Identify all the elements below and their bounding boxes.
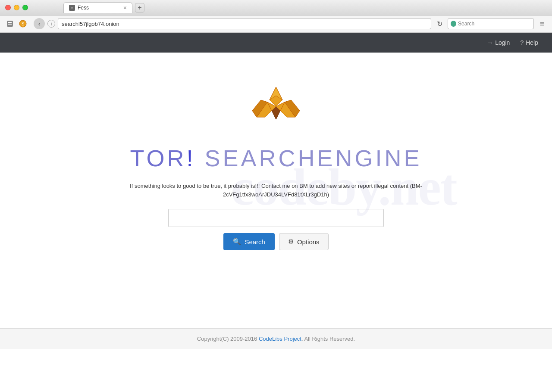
login-icon: → [487,39,493,46]
options-button-label: Options [297,238,320,246]
footer-copyright-end: . All Rights Reserved. [301,336,355,342]
maximize-traffic-light[interactable] [22,5,28,10]
tab-favicon: ≡ [69,5,75,11]
title-search: SEARCHENGINE [204,145,422,171]
browser-window: ≡ Fess × + S ‹ i searchl57jlgob74.onion … [0,0,552,33]
search-buttons: 🔍 Search ⚙ Options [223,233,328,250]
svg-text:S: S [22,22,25,26]
search-button-label: Search [245,238,265,246]
login-link[interactable]: → Login [482,33,515,53]
site-main: codeby.net TOR! SEARCHENGINE If somethin… [0,53,552,328]
address-bar-row: S ‹ i searchl57jlgob74.onion ↻ ≡ [0,16,552,32]
title-bar: ≡ Fess × + [0,0,552,16]
browser-menu-button[interactable]: ≡ [536,18,548,29]
tab-bar: ≡ Fess × + [58,2,150,13]
toolbar-icons: S [4,18,28,29]
tab-title: Fess [78,5,89,11]
help-label: Help [526,39,538,46]
info-icon[interactable]: i [47,20,55,28]
search-engine-icon [451,21,456,27]
svg-rect-1 [8,22,12,23]
title-tor: TOR [130,145,186,171]
browser-search-input[interactable] [458,21,531,27]
disclaimer-text: If something looks to good to be true, i… [108,182,444,199]
main-search-input[interactable] [168,209,384,227]
help-link[interactable]: ? Help [515,33,543,53]
bookmark-icon [4,18,16,29]
footer-codelibs-link[interactable]: CodeLibs Project [259,336,301,342]
site-footer: Copyright(C) 2009-2016 CodeLibs Project.… [0,328,552,349]
help-icon: ? [520,39,524,46]
options-icon: ⚙ [288,238,294,246]
search-icon: 🔍 [233,238,241,246]
browser-search-box[interactable] [448,18,534,29]
login-label: Login [495,39,510,46]
address-bar[interactable]: searchl57jlgob74.onion [58,18,431,29]
addon-icon: S [17,18,28,29]
minimize-traffic-light[interactable] [14,5,19,10]
new-tab-button[interactable]: + [135,3,144,12]
title-exclamation: ! [186,145,195,171]
active-tab[interactable]: ≡ Fess × [63,2,132,13]
tab-close-button[interactable]: × [123,5,127,11]
footer-copyright-plain: Copyright(C) 2009-2016 [197,336,259,342]
traffic-lights [5,5,28,10]
back-button[interactable]: ‹ [34,18,45,29]
site-navbar: → Login ? Help [0,33,552,53]
search-button[interactable]: 🔍 Search [223,233,275,250]
options-button[interactable]: ⚙ Options [279,233,329,250]
site-logo [248,78,304,136]
search-box-container: 🔍 Search ⚙ Options [168,209,384,250]
reload-button[interactable]: ↻ [434,18,445,29]
close-traffic-light[interactable] [5,5,11,10]
svg-rect-2 [8,24,12,25]
site-title: TOR! SEARCHENGINE [130,145,422,171]
